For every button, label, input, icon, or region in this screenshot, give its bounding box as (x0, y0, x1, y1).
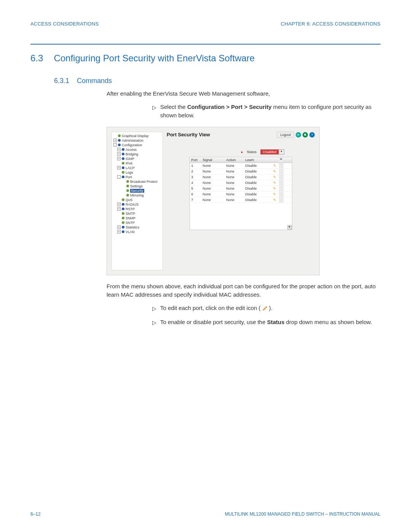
section-title: 6.3 Configuring Port Security with EnerV… (30, 53, 381, 64)
tree-item-label: Configuration (122, 143, 142, 147)
tree-item[interactable]: +LACP (113, 166, 162, 170)
cell-signal: None (201, 197, 225, 203)
node-bullet-icon (118, 144, 121, 146)
node-bullet-icon (122, 176, 124, 178)
cell-signal: None (201, 186, 225, 191)
expand-icon[interactable]: + (117, 148, 121, 151)
tree-item[interactable]: +RSTP (113, 207, 162, 211)
tree-item[interactable]: Mirroring (113, 193, 162, 198)
tree-item[interactable]: +RADIUS (113, 202, 162, 207)
tree-item[interactable]: IPv6 (113, 161, 162, 166)
header-rule (30, 44, 381, 45)
tree-item[interactable]: SMTP (113, 211, 162, 216)
tree-item[interactable]: Graphical Display (113, 134, 162, 138)
node-bullet-icon (118, 139, 121, 142)
paragraph-description: From the menu shown above, each individu… (107, 282, 381, 299)
cell-action: None (225, 197, 244, 203)
node-bullet-icon (122, 162, 124, 165)
cell-port: 7 (190, 197, 201, 203)
panel-title: Port Security View (167, 132, 210, 137)
node-bullet-icon (122, 166, 124, 169)
cell-port: 6 (190, 192, 201, 197)
expand-icon[interactable]: + (117, 225, 121, 229)
tree-item-label: SNMP (126, 216, 135, 220)
tree-item-label: Settings (130, 184, 143, 188)
section-heading: Configuring Port Security with EnerVista… (54, 53, 255, 64)
expand-icon[interactable]: + (117, 166, 121, 169)
scroll-up-icon[interactable]: ▲ (279, 157, 284, 163)
tree-item-label: QoS (126, 198, 132, 202)
collapse-icon[interactable]: - (117, 175, 121, 179)
logout-button[interactable]: Logout (277, 132, 294, 138)
expand-icon[interactable]: + (117, 207, 121, 211)
cell-action: None (225, 180, 244, 185)
cell-port: 1 (190, 163, 201, 168)
cell-learn: Disable (244, 197, 271, 203)
node-bullet-icon (122, 226, 124, 228)
status-dropdown[interactable]: Disabled ▼ (260, 149, 284, 155)
step2-text: To edit each port, click on the edit ico… (160, 305, 260, 311)
cell-learn: Disable (244, 174, 271, 180)
cell-action: None (225, 163, 244, 168)
tree-item[interactable]: +VLAN (113, 230, 162, 234)
tree-item[interactable]: Broadcast Protect (113, 179, 162, 184)
expand-icon[interactable]: + (117, 203, 121, 206)
cell-signal: None (201, 163, 225, 168)
tree-item-label: Statistics (126, 225, 139, 229)
expand-icon[interactable]: + (117, 157, 121, 160)
tree-item[interactable]: +Access (113, 147, 162, 152)
tree-item[interactable]: +IGMP (113, 157, 162, 161)
paragraph-intro: After enabling the EnerVista Secure Web … (107, 89, 381, 98)
tree-item[interactable]: Security (113, 189, 162, 193)
node-bullet-icon (118, 134, 121, 137)
edit-row-icon[interactable]: ✎ (271, 169, 279, 174)
expand-icon[interactable]: + (117, 152, 121, 156)
tree-item[interactable]: -Port (113, 175, 162, 179)
cell-learn: Disable (244, 186, 271, 191)
step1-text-a: Select the (160, 104, 187, 110)
collapse-icon[interactable]: - (113, 143, 117, 147)
tree-item[interactable]: SNMP (113, 216, 162, 220)
expand-icon[interactable]: + (113, 139, 117, 142)
edit-row-icon[interactable]: ✎ (271, 180, 279, 185)
tree-item-label: RSTP (126, 207, 135, 211)
tree-item[interactable]: Settings (113, 184, 162, 189)
tree-item[interactable]: +Bridging (113, 152, 162, 157)
help-icon[interactable]: ? (309, 132, 315, 137)
node-bullet-icon (122, 208, 124, 210)
node-bullet-icon (122, 157, 124, 160)
tree-item[interactable]: QoS (113, 198, 162, 202)
edit-row-icon[interactable]: ✎ (271, 174, 279, 180)
tree-item-label: Administration (122, 139, 143, 142)
edit-row-icon[interactable]: ✎ (271, 197, 279, 203)
tree-item[interactable]: SNTP (113, 220, 162, 225)
step2-text-end: ). (269, 305, 272, 311)
table-row: 1NoneNoneDisable✎ (190, 163, 292, 169)
tree-item-label: Port (126, 175, 132, 179)
tree-item[interactable]: Logs (113, 170, 162, 175)
scroll-down-icon[interactable]: ▼ (287, 225, 292, 230)
table-row: 4NoneNoneDisable✎ (190, 180, 292, 186)
expand-icon[interactable]: + (117, 230, 121, 233)
cell-action: None (225, 192, 244, 197)
cell-learn: Disable (244, 180, 271, 185)
tree-item[interactable]: +Administration (113, 138, 162, 143)
stop-icon[interactable]: ✖ (303, 132, 308, 137)
tree-item-label: Logs (126, 171, 133, 174)
tree-item[interactable]: +Statistics (113, 225, 162, 230)
section-number: 6.3 (30, 53, 43, 64)
refresh-icon[interactable]: ⟳ (296, 132, 301, 137)
edit-row-icon[interactable]: ✎ (271, 186, 279, 191)
edit-row-icon[interactable]: ✎ (271, 192, 279, 197)
tree-item[interactable]: -Configuration (113, 143, 162, 147)
edit-row-icon[interactable]: ✎ (271, 163, 279, 168)
chevron-down-icon[interactable]: ▼ (279, 149, 284, 155)
table-row: 2NoneNoneDisable✎ (190, 169, 292, 174)
node-bullet-icon (126, 189, 129, 192)
cell-port: 3 (190, 174, 201, 180)
col-learn: Learn (244, 157, 271, 163)
step-1: ▷ Select the Configuration > Port > Secu… (152, 103, 381, 120)
node-bullet-icon (122, 212, 124, 215)
tree-item-label: RADIUS (126, 203, 139, 206)
nav-tree[interactable]: Graphical Display+Administration-Configu… (112, 132, 163, 270)
